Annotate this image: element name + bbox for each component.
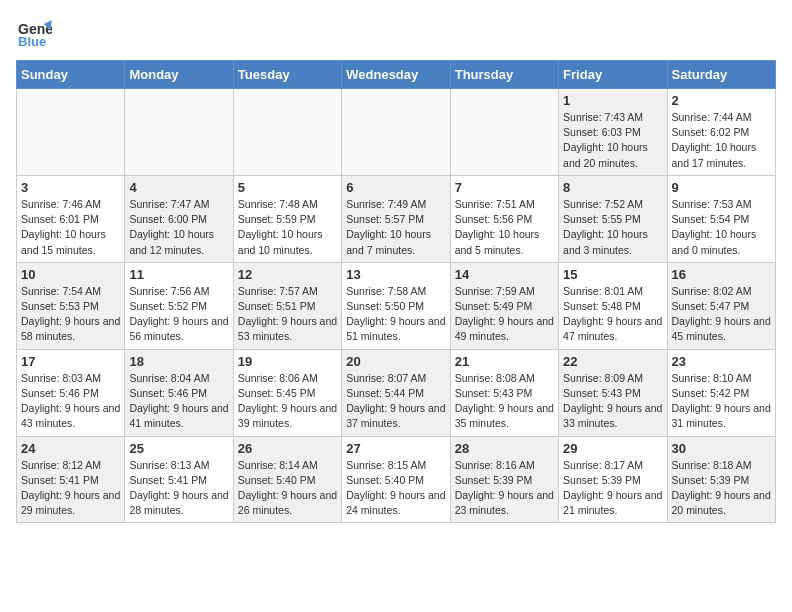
header: General Blue [16,16,776,52]
calendar-week-4: 17Sunrise: 8:03 AMSunset: 5:46 PMDayligh… [17,349,776,436]
day-info: Sunrise: 7:57 AMSunset: 5:51 PMDaylight:… [238,284,337,345]
calendar-cell: 20Sunrise: 8:07 AMSunset: 5:44 PMDayligh… [342,349,450,436]
day-number: 16 [672,267,771,282]
calendar-cell: 18Sunrise: 8:04 AMSunset: 5:46 PMDayligh… [125,349,233,436]
day-number: 18 [129,354,228,369]
calendar-cell: 26Sunrise: 8:14 AMSunset: 5:40 PMDayligh… [233,436,341,523]
day-number: 6 [346,180,445,195]
day-number: 5 [238,180,337,195]
day-info: Sunrise: 8:08 AMSunset: 5:43 PMDaylight:… [455,371,554,432]
day-info: Sunrise: 7:51 AMSunset: 5:56 PMDaylight:… [455,197,554,258]
day-info: Sunrise: 7:49 AMSunset: 5:57 PMDaylight:… [346,197,445,258]
calendar-cell: 15Sunrise: 8:01 AMSunset: 5:48 PMDayligh… [559,262,667,349]
calendar-cell: 30Sunrise: 8:18 AMSunset: 5:39 PMDayligh… [667,436,775,523]
day-number: 27 [346,441,445,456]
day-info: Sunrise: 8:04 AMSunset: 5:46 PMDaylight:… [129,371,228,432]
day-info: Sunrise: 7:53 AMSunset: 5:54 PMDaylight:… [672,197,771,258]
calendar-cell: 3Sunrise: 7:46 AMSunset: 6:01 PMDaylight… [17,175,125,262]
weekday-header-wednesday: Wednesday [342,61,450,89]
day-number: 24 [21,441,120,456]
day-info: Sunrise: 8:07 AMSunset: 5:44 PMDaylight:… [346,371,445,432]
svg-text:Blue: Blue [18,34,46,49]
day-info: Sunrise: 8:02 AMSunset: 5:47 PMDaylight:… [672,284,771,345]
calendar-cell: 14Sunrise: 7:59 AMSunset: 5:49 PMDayligh… [450,262,558,349]
calendar-table: SundayMondayTuesdayWednesdayThursdayFrid… [16,60,776,523]
weekday-header-saturday: Saturday [667,61,775,89]
calendar-cell: 22Sunrise: 8:09 AMSunset: 5:43 PMDayligh… [559,349,667,436]
calendar-cell: 21Sunrise: 8:08 AMSunset: 5:43 PMDayligh… [450,349,558,436]
calendar-cell: 6Sunrise: 7:49 AMSunset: 5:57 PMDaylight… [342,175,450,262]
day-info: Sunrise: 7:47 AMSunset: 6:00 PMDaylight:… [129,197,228,258]
calendar-cell [17,89,125,176]
day-info: Sunrise: 8:03 AMSunset: 5:46 PMDaylight:… [21,371,120,432]
calendar-cell [450,89,558,176]
weekday-header-monday: Monday [125,61,233,89]
day-number: 14 [455,267,554,282]
weekday-header-thursday: Thursday [450,61,558,89]
calendar-cell: 10Sunrise: 7:54 AMSunset: 5:53 PMDayligh… [17,262,125,349]
day-info: Sunrise: 7:56 AMSunset: 5:52 PMDaylight:… [129,284,228,345]
calendar-cell: 1Sunrise: 7:43 AMSunset: 6:03 PMDaylight… [559,89,667,176]
day-number: 20 [346,354,445,369]
calendar-cell [233,89,341,176]
weekday-header-sunday: Sunday [17,61,125,89]
day-info: Sunrise: 7:54 AMSunset: 5:53 PMDaylight:… [21,284,120,345]
day-info: Sunrise: 8:15 AMSunset: 5:40 PMDaylight:… [346,458,445,519]
calendar-cell: 27Sunrise: 8:15 AMSunset: 5:40 PMDayligh… [342,436,450,523]
calendar-cell [125,89,233,176]
day-number: 3 [21,180,120,195]
day-number: 1 [563,93,662,108]
logo-icon: General Blue [16,16,52,52]
calendar-cell: 13Sunrise: 7:58 AMSunset: 5:50 PMDayligh… [342,262,450,349]
day-info: Sunrise: 8:10 AMSunset: 5:42 PMDaylight:… [672,371,771,432]
day-number: 15 [563,267,662,282]
day-number: 4 [129,180,228,195]
day-info: Sunrise: 7:44 AMSunset: 6:02 PMDaylight:… [672,110,771,171]
day-number: 17 [21,354,120,369]
day-number: 7 [455,180,554,195]
day-number: 22 [563,354,662,369]
day-info: Sunrise: 8:18 AMSunset: 5:39 PMDaylight:… [672,458,771,519]
calendar-cell: 16Sunrise: 8:02 AMSunset: 5:47 PMDayligh… [667,262,775,349]
day-number: 9 [672,180,771,195]
calendar-week-5: 24Sunrise: 8:12 AMSunset: 5:41 PMDayligh… [17,436,776,523]
day-number: 28 [455,441,554,456]
day-number: 30 [672,441,771,456]
day-info: Sunrise: 8:14 AMSunset: 5:40 PMDaylight:… [238,458,337,519]
day-number: 25 [129,441,228,456]
day-number: 21 [455,354,554,369]
calendar-cell: 7Sunrise: 7:51 AMSunset: 5:56 PMDaylight… [450,175,558,262]
day-info: Sunrise: 7:46 AMSunset: 6:01 PMDaylight:… [21,197,120,258]
day-number: 2 [672,93,771,108]
day-info: Sunrise: 8:12 AMSunset: 5:41 PMDaylight:… [21,458,120,519]
calendar-week-2: 3Sunrise: 7:46 AMSunset: 6:01 PMDaylight… [17,175,776,262]
calendar-week-3: 10Sunrise: 7:54 AMSunset: 5:53 PMDayligh… [17,262,776,349]
calendar-cell: 25Sunrise: 8:13 AMSunset: 5:41 PMDayligh… [125,436,233,523]
calendar-cell: 17Sunrise: 8:03 AMSunset: 5:46 PMDayligh… [17,349,125,436]
calendar-cell [342,89,450,176]
day-info: Sunrise: 7:58 AMSunset: 5:50 PMDaylight:… [346,284,445,345]
calendar-cell: 24Sunrise: 8:12 AMSunset: 5:41 PMDayligh… [17,436,125,523]
day-number: 11 [129,267,228,282]
day-info: Sunrise: 8:13 AMSunset: 5:41 PMDaylight:… [129,458,228,519]
day-info: Sunrise: 7:52 AMSunset: 5:55 PMDaylight:… [563,197,662,258]
day-info: Sunrise: 8:16 AMSunset: 5:39 PMDaylight:… [455,458,554,519]
weekday-header-tuesday: Tuesday [233,61,341,89]
day-number: 23 [672,354,771,369]
weekday-header-friday: Friday [559,61,667,89]
calendar-week-1: 1Sunrise: 7:43 AMSunset: 6:03 PMDaylight… [17,89,776,176]
calendar-cell: 29Sunrise: 8:17 AMSunset: 5:39 PMDayligh… [559,436,667,523]
calendar-header: SundayMondayTuesdayWednesdayThursdayFrid… [17,61,776,89]
day-info: Sunrise: 7:48 AMSunset: 5:59 PMDaylight:… [238,197,337,258]
day-info: Sunrise: 8:17 AMSunset: 5:39 PMDaylight:… [563,458,662,519]
calendar-cell: 12Sunrise: 7:57 AMSunset: 5:51 PMDayligh… [233,262,341,349]
day-number: 26 [238,441,337,456]
calendar-cell: 19Sunrise: 8:06 AMSunset: 5:45 PMDayligh… [233,349,341,436]
day-number: 13 [346,267,445,282]
day-number: 8 [563,180,662,195]
day-number: 12 [238,267,337,282]
day-info: Sunrise: 8:09 AMSunset: 5:43 PMDaylight:… [563,371,662,432]
logo: General Blue [16,16,56,52]
calendar-cell: 8Sunrise: 7:52 AMSunset: 5:55 PMDaylight… [559,175,667,262]
calendar-cell: 5Sunrise: 7:48 AMSunset: 5:59 PMDaylight… [233,175,341,262]
